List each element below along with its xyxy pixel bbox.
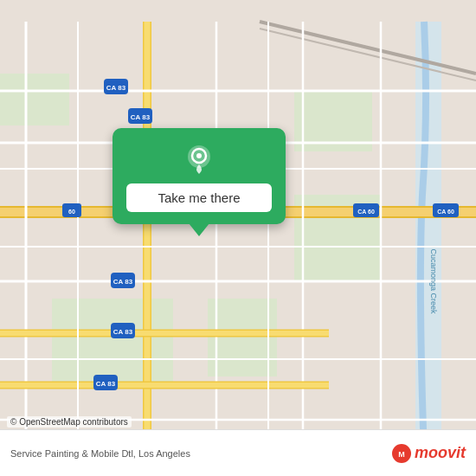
svg-text:CA 60: CA 60 — [357, 209, 375, 215]
bottom-bar: Service Painting & Mobile Dtl, Los Angel… — [0, 429, 476, 476]
svg-text:CA 60: CA 60 — [437, 209, 454, 215]
location-attribution: Service Painting & Mobile Dtl, Los Angel… — [10, 448, 190, 459]
map[interactable]: CA 83 60 CA 60 CA 60 CA 83 CA 83 CA 83 C… — [0, 0, 476, 476]
moovit-text: moovit — [415, 444, 466, 462]
location-pin-icon — [183, 144, 215, 175]
moovit-logo: M moovit — [392, 444, 466, 463]
svg-text:CA 83: CA 83 — [106, 84, 126, 92]
svg-text:60: 60 — [68, 209, 75, 215]
svg-text:M: M — [398, 450, 405, 459]
popup-card: Take me there — [113, 128, 286, 224]
svg-rect-5 — [208, 299, 277, 376]
svg-rect-4 — [52, 299, 173, 385]
svg-text:CA 83: CA 83 — [113, 278, 133, 286]
take-me-there-button[interactable]: Take me there — [126, 183, 272, 212]
svg-text:CA 83: CA 83 — [131, 113, 151, 121]
svg-text:CA 83: CA 83 — [113, 328, 133, 336]
svg-point-49 — [196, 153, 202, 158]
svg-text:Cucamonga Creek: Cucamonga Creek — [429, 248, 438, 314]
svg-text:CA 83: CA 83 — [96, 380, 116, 388]
moovit-logo-icon: M — [392, 444, 411, 463]
svg-rect-0 — [0, 22, 476, 454]
osm-attribution: © OpenStreetMap contributors — [7, 416, 132, 428]
svg-rect-1 — [0, 74, 69, 125]
app: CA 83 60 CA 60 CA 60 CA 83 CA 83 CA 83 C… — [0, 0, 476, 476]
